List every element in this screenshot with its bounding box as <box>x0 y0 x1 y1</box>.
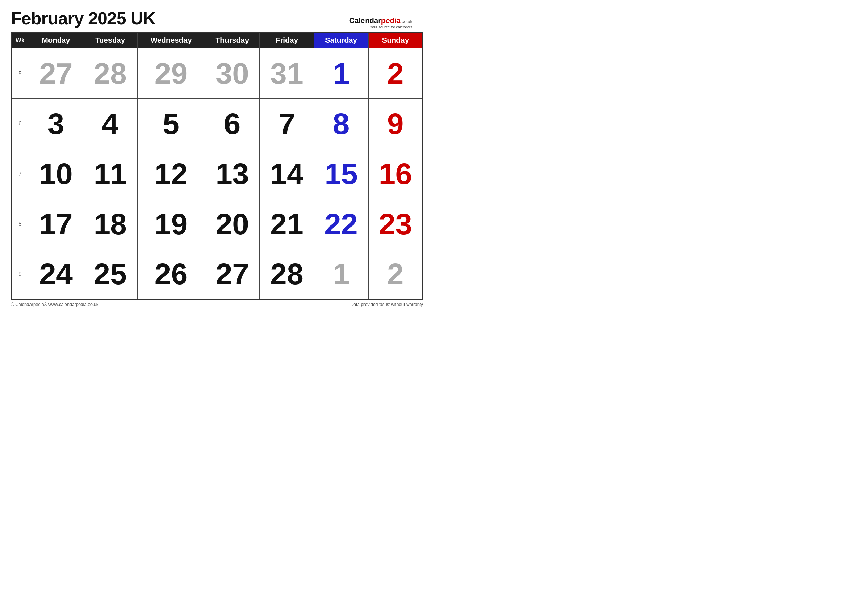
day-cell: 1 <box>314 249 368 299</box>
day-cell: 27 <box>205 249 260 299</box>
day-cell: 24 <box>29 249 83 299</box>
day-cell: 13 <box>205 149 260 199</box>
day-cell: 20 <box>205 199 260 249</box>
day-cell: 28 <box>260 249 314 299</box>
footer-left: © Calendarpedia® www.calendarpedia.co.uk <box>11 302 98 307</box>
day-cell: 2 <box>368 48 423 99</box>
day-cell: 11 <box>83 149 137 199</box>
logo: Calendarpedia.co.uk Your source for cale… <box>349 16 412 29</box>
week-number: 6 <box>11 99 29 149</box>
day-cell: 29 <box>137 48 205 99</box>
day-cell: 17 <box>29 199 83 249</box>
week-number: 9 <box>11 249 29 299</box>
day-cell: 28 <box>83 48 137 99</box>
footer: © Calendarpedia® www.calendarpedia.co.uk… <box>11 302 423 307</box>
day-cell: 31 <box>260 48 314 99</box>
header-monday: Monday <box>29 32 83 48</box>
day-cell: 8 <box>314 99 368 149</box>
day-cell: 12 <box>137 149 205 199</box>
week-number: 7 <box>11 149 29 199</box>
day-cell: 3 <box>29 99 83 149</box>
day-cell: 14 <box>260 149 314 199</box>
header-sunday: Sunday <box>368 32 423 48</box>
day-cell: 10 <box>29 149 83 199</box>
day-cell: 25 <box>83 249 137 299</box>
header-thursday: Thursday <box>205 32 260 48</box>
day-cell: 19 <box>137 199 205 249</box>
day-cell: 5 <box>137 99 205 149</box>
day-cell: 15 <box>314 149 368 199</box>
week-number: 5 <box>11 48 29 99</box>
day-cell: 2 <box>368 249 423 299</box>
day-cell: 4 <box>83 99 137 149</box>
header-friday: Friday <box>260 32 314 48</box>
header-wednesday: Wednesday <box>137 32 205 48</box>
day-cell: 21 <box>260 199 314 249</box>
day-cell: 30 <box>205 48 260 99</box>
logo-sub: Your source for calendars <box>349 25 412 29</box>
day-cell: 1 <box>314 48 368 99</box>
day-cell: 16 <box>368 149 423 199</box>
header-wk: Wk <box>11 32 29 48</box>
day-cell: 7 <box>260 99 314 149</box>
day-cell: 23 <box>368 199 423 249</box>
week-number: 8 <box>11 199 29 249</box>
logo-text: Calendarpedia.co.uk <box>349 16 412 25</box>
day-cell: 22 <box>314 199 368 249</box>
day-cell: 6 <box>205 99 260 149</box>
footer-right: Data provided 'as is' without warranty <box>350 302 423 307</box>
day-cell: 27 <box>29 48 83 99</box>
day-cell: 9 <box>368 99 423 149</box>
day-cell: 26 <box>137 249 205 299</box>
day-cell: 18 <box>83 199 137 249</box>
calendar-table: Wk Monday Tuesday Wednesday Thursday Fri… <box>11 32 423 300</box>
header-saturday: Saturday <box>314 32 368 48</box>
header-tuesday: Tuesday <box>83 32 137 48</box>
